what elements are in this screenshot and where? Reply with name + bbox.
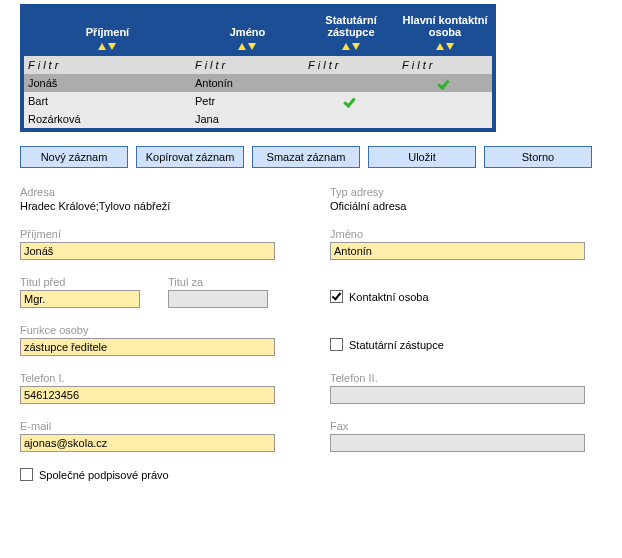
sort-desc-icon[interactable]: [248, 43, 256, 50]
cell-prijmeni: Rozárková: [24, 110, 191, 128]
jmeno-field[interactable]: [330, 242, 585, 260]
check-icon: [344, 94, 358, 106]
titul-pred-label: Titul před: [20, 276, 150, 288]
cell-kontaktni: [398, 74, 492, 92]
filter-cell[interactable]: Filtr: [24, 56, 191, 74]
action-buttons: Nový záznam Kopírovat záznam Smazat zázn…: [20, 146, 602, 168]
typ-adresy-value: Oficiální adresa: [330, 200, 600, 212]
table-header-row: Příjmení Jméno Statutární zástupce: [24, 8, 492, 56]
prijmeni-label: Příjmení: [20, 228, 290, 240]
sort-desc-icon[interactable]: [446, 43, 454, 50]
statutarni-label: Statutární zástupce: [349, 339, 444, 351]
cell-kontaktni: [398, 92, 492, 110]
filter-cell[interactable]: Filtr: [304, 56, 398, 74]
prijmeni-field[interactable]: [20, 242, 275, 260]
cell-prijmeni: Bart: [24, 92, 191, 110]
copy-record-button[interactable]: Kopírovat záznam: [136, 146, 244, 168]
th-label: Statutární zástupce: [325, 14, 376, 38]
th-prijmeni[interactable]: Příjmení: [24, 8, 191, 56]
cancel-button[interactable]: Storno: [484, 146, 592, 168]
th-kontaktni[interactable]: Hlavní kontaktní osoba: [398, 8, 492, 56]
sort-asc-icon[interactable]: [342, 43, 350, 50]
th-jmeno[interactable]: Jméno: [191, 8, 304, 56]
statutarni-checkbox[interactable]: [330, 338, 343, 351]
th-label: Příjmení: [86, 26, 129, 38]
save-button[interactable]: Uložit: [368, 146, 476, 168]
filter-cell[interactable]: Filtr: [191, 56, 304, 74]
check-icon: [438, 76, 452, 88]
email-field[interactable]: [20, 434, 275, 452]
cell-jmeno: Antonín: [191, 74, 304, 92]
sort-asc-icon[interactable]: [238, 43, 246, 50]
tel2-field[interactable]: [330, 386, 585, 404]
cell-jmeno: Petr: [191, 92, 304, 110]
typ-adresy-label: Typ adresy: [330, 186, 600, 198]
tel1-field[interactable]: [20, 386, 275, 404]
titul-za-label: Titul za: [168, 276, 268, 288]
person-table: Příjmení Jméno Statutární zástupce: [20, 4, 496, 132]
adresa-value: Hradec Králové;Tylovo nábřeží: [20, 200, 290, 212]
titul-za-field[interactable]: [168, 290, 268, 308]
sort-asc-icon[interactable]: [436, 43, 444, 50]
tel1-label: Telefon I.: [20, 372, 290, 384]
spolecne-label: Společné podpisové právo: [39, 469, 169, 481]
cell-statutarni: [304, 74, 398, 92]
detail-form: Adresa Hradec Králové;Tylovo nábřeží Typ…: [20, 186, 600, 481]
tel2-label: Telefon II.: [330, 372, 600, 384]
adresa-label: Adresa: [20, 186, 290, 198]
sort-desc-icon[interactable]: [352, 43, 360, 50]
th-label: Hlavní kontaktní osoba: [403, 14, 488, 38]
table-row[interactable]: BartPetr: [24, 92, 492, 110]
cell-kontaktni: [398, 110, 492, 128]
funkce-field[interactable]: [20, 338, 275, 356]
cell-statutarni: [304, 110, 398, 128]
delete-record-button[interactable]: Smazat záznam: [252, 146, 360, 168]
th-statutarni[interactable]: Statutární zástupce: [304, 8, 398, 56]
kontaktni-osoba-checkbox[interactable]: [330, 290, 343, 303]
filter-row: Filtr Filtr Filtr Filtr: [24, 56, 492, 74]
sort-icons[interactable]: [342, 40, 360, 52]
cell-jmeno: Jana: [191, 110, 304, 128]
jmeno-label: Jméno: [330, 228, 600, 240]
funkce-label: Funkce osoby: [20, 324, 290, 336]
sort-asc-icon[interactable]: [98, 43, 106, 50]
th-label: Jméno: [230, 26, 265, 38]
fax-label: Fax: [330, 420, 600, 432]
filter-cell[interactable]: Filtr: [398, 56, 492, 74]
cell-statutarni: [304, 92, 398, 110]
sort-icons[interactable]: [98, 40, 116, 52]
new-record-button[interactable]: Nový záznam: [20, 146, 128, 168]
fax-field[interactable]: [330, 434, 585, 452]
table-row[interactable]: RozárkováJana: [24, 110, 492, 128]
cell-prijmeni: Jonáš: [24, 74, 191, 92]
spolecne-checkbox[interactable]: [20, 468, 33, 481]
table-row[interactable]: JonášAntonín: [24, 74, 492, 92]
sort-icons[interactable]: [238, 40, 256, 52]
kontaktni-osoba-label: Kontaktní osoba: [349, 291, 429, 303]
email-label: E-mail: [20, 420, 290, 432]
sort-icons[interactable]: [436, 40, 454, 52]
sort-desc-icon[interactable]: [108, 43, 116, 50]
titul-pred-field[interactable]: [20, 290, 140, 308]
